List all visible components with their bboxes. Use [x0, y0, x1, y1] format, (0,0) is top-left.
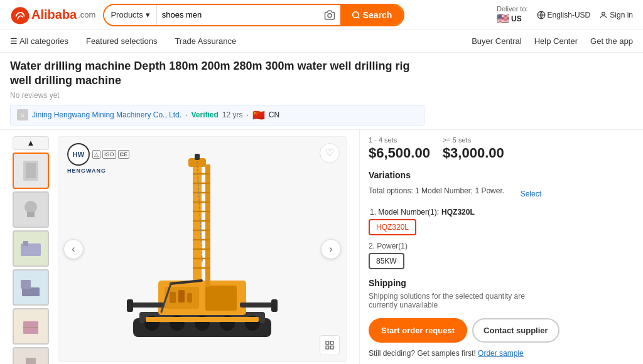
get-app-nav[interactable]: Get the app [590, 36, 633, 46]
svg-rect-10 [22, 287, 40, 296]
svg-point-3 [602, 12, 605, 15]
thumbnail-1[interactable] [13, 153, 49, 189]
product-image [114, 149, 290, 350]
prev-image-button[interactable]: ‹ [63, 239, 84, 259]
language-selector[interactable]: English-USD [537, 11, 591, 19]
svg-rect-9 [23, 241, 28, 246]
all-categories-nav[interactable]: ☰ All categories [10, 30, 77, 53]
products-label: Products [111, 10, 143, 19]
svg-rect-33 [271, 299, 278, 312]
svg-rect-7 [27, 212, 35, 217]
buyer-central-nav[interactable]: Buyer Central [472, 36, 521, 46]
svg-rect-29 [187, 293, 192, 302]
tier2-label: >= 5 sets [443, 136, 504, 144]
thumbnail-strip: ▲ [10, 130, 51, 364]
next-image-button[interactable]: › [321, 239, 341, 259]
model-option-tag[interactable]: HQZ320L [369, 219, 416, 235]
chevron-down-icon: ▾ [146, 10, 150, 19]
svg-point-1 [352, 11, 358, 17]
svg-rect-32 [240, 302, 274, 308]
thumb-up-nav[interactable]: ▲ [13, 136, 49, 150]
svg-point-6 [24, 201, 37, 213]
logo[interactable]: Alibaba.com [10, 5, 95, 25]
variations-section: Variations Total options: 1 Model Number… [369, 170, 541, 269]
wishlist-button[interactable]: ♡ [320, 143, 340, 163]
power-option-tag[interactable]: 85KW [369, 253, 404, 269]
cert-badge-1: △ [92, 150, 100, 159]
model-label: 1. Model Number(1):HQZ320L [369, 208, 541, 217]
thumbnail-4[interactable] [13, 269, 49, 306]
thumbnail-2[interactable] [13, 191, 49, 228]
help-center-nav[interactable]: Help Center [534, 36, 578, 46]
svg-rect-26 [205, 286, 237, 311]
thumbnail-3[interactable] [13, 230, 49, 267]
svg-rect-11 [21, 280, 31, 289]
select-link[interactable]: Select [521, 190, 541, 198]
country-label: US [511, 14, 522, 23]
header: Alibaba.com Products ▾ Search Deliver to… [0, 0, 643, 30]
order-sample-link[interactable]: Order sample [478, 349, 524, 358]
variations-title: Variations [369, 170, 411, 180]
reviews-label: No reviews yet [10, 91, 633, 100]
power-label: 2. Power(1) [369, 242, 541, 250]
svg-rect-5 [26, 163, 36, 178]
verified-badge: Verified [191, 110, 218, 119]
zoom-button[interactable] [320, 335, 340, 355]
svg-rect-30 [130, 302, 165, 308]
sign-in-label: Sign in [610, 11, 633, 19]
supplier-name[interactable]: Jining Hengwang Mining Machinery Co., Lt… [32, 110, 181, 119]
country-code: CN [269, 110, 279, 119]
svg-rect-28 [178, 290, 185, 302]
shipping-section: Shipping Shipping solutions for the sele… [369, 278, 541, 309]
hw-logo: HW △ ISO CE [67, 143, 129, 166]
trade-assurance-nav[interactable]: Trade Assurance [166, 30, 245, 53]
cert-badge-3: CE [118, 150, 130, 159]
model-number-row: 1. Model Number(1):HQZ320L HQZ320L [369, 208, 541, 235]
price-tier-1: 1 - 4 sets $6,500.00 [369, 136, 430, 161]
still-deciding-text: Still deciding? Get samples first! Order… [369, 349, 541, 358]
header-right: Deliver to: 🇺🇸US English-USD Sign in [497, 5, 633, 24]
tier1-label: 1 - 4 sets [369, 136, 430, 144]
products-dropdown[interactable]: Products ▾ [104, 5, 156, 25]
main-image-area: HW △ ISO CE HENGWANG [51, 130, 353, 364]
supplier-icon: S [17, 109, 28, 120]
product-header: Water drilling machine Depth 180m 200m 2… [0, 53, 643, 130]
years-label: 12 yrs [222, 110, 243, 119]
language-label: English-USD [548, 11, 591, 19]
supplier-bar: S Jining Hengwang Mining Machinery Co., … [10, 105, 424, 126]
action-buttons: Start order request Contact supplier [369, 318, 541, 343]
featured-selections-nav[interactable]: Featured selections [77, 30, 166, 53]
search-input[interactable] [157, 5, 319, 25]
svg-rect-31 [127, 299, 133, 312]
svg-point-0 [328, 13, 332, 17]
tier2-price: $3,000.00 [443, 145, 504, 161]
svg-rect-55 [330, 346, 333, 349]
price-tier-2: >= 5 sets $3,000.00 [443, 136, 504, 161]
search-bar: Products ▾ Search [103, 4, 404, 26]
search-label: Search [363, 10, 392, 20]
power-row: 2. Power(1) 85KW [369, 242, 541, 269]
thumbnail-6[interactable] [13, 347, 49, 364]
svg-rect-14 [26, 358, 36, 364]
brand-name: HENGWANG [67, 168, 106, 174]
svg-rect-52 [326, 341, 329, 345]
sign-in-button[interactable]: Sign in [599, 11, 633, 19]
thumbnail-5[interactable] [13, 308, 49, 345]
product-title: Water drilling machine Depth 180m 200m 2… [10, 59, 424, 88]
contact-supplier-button[interactable]: Contact supplier [472, 318, 559, 343]
right-panel: 1 - 4 sets $6,500.00 >= 5 sets $3,000.00… [359, 130, 541, 364]
main-content: ▲ HW △ ISO [0, 130, 643, 364]
svg-rect-54 [326, 346, 329, 349]
tier1-price: $6,500.00 [369, 145, 430, 161]
search-button[interactable]: Search [340, 5, 404, 25]
svg-rect-23 [146, 317, 259, 322]
image-container: HW △ ISO CE HENGWANG [58, 136, 347, 362]
price-tiers: 1 - 4 sets $6,500.00 >= 5 sets $3,000.00 [369, 136, 541, 161]
shipping-title: Shipping [369, 278, 541, 288]
variations-subtitle: Total options: 1 Model Number; 1 Power. [369, 186, 504, 195]
start-order-button[interactable]: Start order request [369, 318, 467, 343]
deliver-to: Deliver to: 🇺🇸US [497, 5, 528, 24]
camera-search-button[interactable] [319, 9, 340, 21]
svg-rect-27 [170, 292, 176, 303]
logo-text: Alibaba [31, 8, 77, 22]
